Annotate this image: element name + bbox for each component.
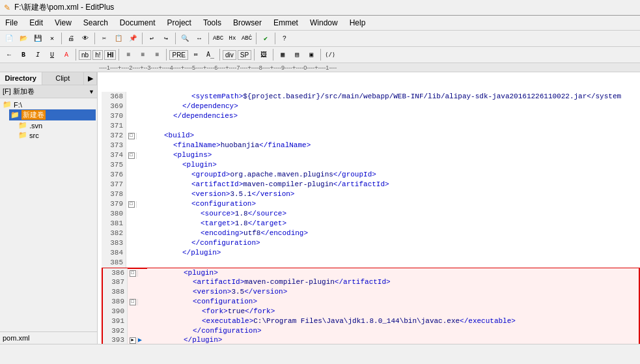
menu-item-emmet[interactable]: Emmet <box>271 17 301 29</box>
nb-input[interactable]: nb <box>79 50 91 60</box>
tree-area: 📁 F:\ 📁 新建卷 📁 .svn 📁 src <box>0 98 97 331</box>
align-right-btn[interactable]: ≡ <box>150 48 163 61</box>
tab-arrow[interactable]: ▶ <box>84 72 97 85</box>
line-row: 388<version>3.5</version> <box>102 287 640 297</box>
underline-btn[interactable]: U <box>46 48 59 61</box>
code-line[interactable]: <source>1.8</source> <box>146 209 640 219</box>
code-line[interactable]: </dependencies> <box>146 111 640 121</box>
toolbar-row-2: ← B I U A nb h! HI ≡ ≡ ≡ PRE ≔ A̲ div SP… <box>0 47 640 63</box>
tree-item-f[interactable]: 📁 F:\ <box>1 100 96 109</box>
collapse-button[interactable]: □ <box>128 152 135 159</box>
abc2-btn[interactable]: ABĊ <box>240 32 253 45</box>
code-line[interactable]: <fork>true</fork> <box>147 307 639 316</box>
redo-btn[interactable]: ↪ <box>160 32 173 45</box>
list-btn[interactable]: ≔ <box>189 48 202 61</box>
undo-btn[interactable]: ↩ <box>145 32 158 45</box>
copy-btn[interactable]: 📋 <box>112 32 125 45</box>
code-line[interactable]: <groupId>org.apache.maven.plugins</group… <box>146 170 640 180</box>
code-line[interactable]: </configuration> <box>147 326 639 336</box>
menu-item-window[interactable]: Window <box>307 17 341 29</box>
code-line[interactable]: <version>3.5</version> <box>147 287 639 297</box>
menu-item-file[interactable]: File <box>3 17 20 29</box>
back-btn[interactable]: ← <box>3 48 16 61</box>
sep1 <box>61 33 62 44</box>
h-input[interactable]: h! <box>92 50 103 60</box>
code-line[interactable]: <encoding>utf8</encoding> <box>146 229 640 238</box>
collapse-button[interactable]: ▶ <box>130 337 136 344</box>
menu-item-edit[interactable]: Edit <box>27 17 46 29</box>
save-btn[interactable]: 💾 <box>31 32 44 45</box>
code-line[interactable]: </plugin> <box>146 248 640 258</box>
color-btn[interactable]: A <box>60 48 73 61</box>
tab-clipt[interactable]: Clipt <box>42 72 85 85</box>
align-left-btn[interactable]: ≡ <box>122 48 135 61</box>
font-btn[interactable]: A̲ <box>204 48 217 61</box>
code-line[interactable]: <executable>C:\Program Files\Java\jdk1.8… <box>147 316 639 326</box>
sep10 <box>166 49 167 61</box>
collapse-button[interactable]: □ <box>128 133 135 139</box>
div-input[interactable]: div <box>223 50 236 60</box>
menu-item-help[interactable]: Help <box>347 17 369 29</box>
menu-item-project[interactable]: Project <box>165 17 194 29</box>
code-line[interactable]: <plugin> <box>147 268 639 278</box>
code-line[interactable]: <systemPath>${project.basedir}/src/main/… <box>146 92 640 102</box>
spell-btn[interactable]: Hx <box>226 32 239 45</box>
extra-btn[interactable]: ⟨/⟩ <box>324 48 337 61</box>
row-btn[interactable]: ▤ <box>290 48 303 61</box>
code-line[interactable]: <build> <box>146 131 640 141</box>
code-line[interactable]: </dependency> <box>146 102 640 111</box>
italic-btn[interactable]: I <box>31 48 44 61</box>
code-container[interactable]: 368<systemPath>${project.basedir}/src/ma… <box>98 72 640 344</box>
menu-item-tools[interactable]: Tools <box>201 17 224 29</box>
code-line[interactable]: <artifactId>maven-compiler-plugin</artif… <box>147 277 639 287</box>
help-btn[interactable]: ? <box>278 32 291 45</box>
code-line[interactable]: <artifactId>maven-compiler-plugin</artif… <box>146 180 640 189</box>
cell-btn[interactable]: ▣ <box>305 48 318 61</box>
open-btn[interactable]: 📂 <box>17 32 30 45</box>
code-line[interactable]: <version>3.5.1</version> <box>146 189 640 199</box>
align-center-btn[interactable]: ≡ <box>136 48 149 61</box>
bold-btn[interactable]: B <box>17 48 30 61</box>
find-btn[interactable]: 🔍 <box>178 32 191 45</box>
tree-item-selected[interactable]: 📁 新建卷 <box>9 109 96 120</box>
preview-btn[interactable]: 👁 <box>79 32 92 45</box>
img-btn[interactable]: 🖼 <box>257 48 270 61</box>
menu-item-search[interactable]: Search <box>81 17 111 29</box>
sp-input[interactable]: SP <box>238 50 251 60</box>
cut-btn[interactable]: ✂ <box>98 32 111 45</box>
menu-item-browser[interactable]: Browser <box>230 17 264 29</box>
code-line[interactable]: <configuration> <box>147 297 639 307</box>
abc-btn[interactable]: ABC <box>212 32 225 45</box>
check-btn[interactable]: ✔ <box>259 32 272 45</box>
tree-label-src: src <box>29 132 39 139</box>
collapse-button[interactable]: □ <box>130 299 136 305</box>
close-btn[interactable]: ✕ <box>46 32 59 45</box>
replace-btn[interactable]: ↔ <box>193 32 206 45</box>
code-line[interactable]: <plugins> <box>146 150 640 160</box>
editor-area[interactable]: 368<systemPath>${project.basedir}/src/ma… <box>98 72 640 344</box>
code-line[interactable]: </plugin> <box>147 335 639 344</box>
code-line[interactable]: <finalName>huobanjia</finalName> <box>146 141 640 150</box>
fold-arrow[interactable]: ▶ <box>138 335 142 344</box>
pre-input[interactable]: PRE <box>169 50 188 60</box>
paste-btn[interactable]: 📌 <box>126 32 139 45</box>
code-content[interactable]: 368<systemPath>${project.basedir}/src/ma… <box>98 72 640 344</box>
sidebar-dropdown[interactable]: ▼ <box>89 89 94 95</box>
folder-icon-svn: 📁 <box>18 121 27 130</box>
menu-item-view[interactable]: View <box>52 17 74 29</box>
code-line[interactable]: <target>1.8</target> <box>146 219 640 229</box>
code-line[interactable]: </configuration> <box>146 238 640 248</box>
menu-item-document[interactable]: Document <box>117 17 158 29</box>
collapse-button[interactable]: □ <box>130 270 136 277</box>
print-btn[interactable]: 🖨 <box>64 32 77 45</box>
collapse-button[interactable]: □ <box>128 201 135 208</box>
tree-item-src[interactable]: 📁 src <box>17 130 96 140</box>
new-btn[interactable]: 📄 <box>3 32 16 45</box>
ht-input[interactable]: HI <box>104 50 116 60</box>
code-line[interactable]: <configuration> <box>146 199 640 209</box>
code-line[interactable]: <plugin> <box>146 160 640 170</box>
tree-item-svn[interactable]: 📁 .svn <box>17 120 96 130</box>
tab-directory[interactable]: Directory <box>0 72 42 85</box>
line-row: 390<fork>true</fork> <box>102 307 640 316</box>
table-btn[interactable]: ▦ <box>276 48 289 61</box>
